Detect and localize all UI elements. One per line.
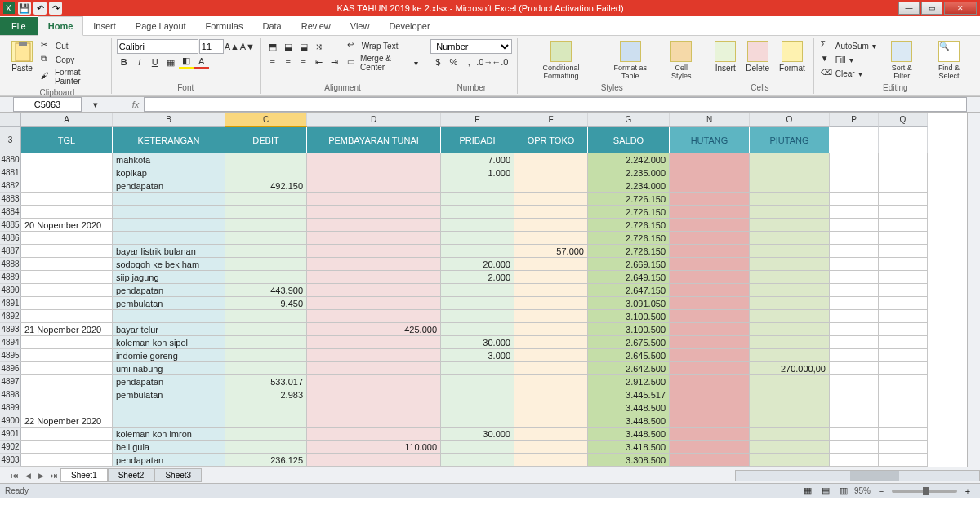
cell[interactable] <box>879 323 928 336</box>
cell[interactable]: 20 Nopember 2020 <box>21 219 113 232</box>
number-format-select[interactable]: Number <box>430 39 512 54</box>
cell[interactable] <box>225 336 307 349</box>
cell[interactable]: 21 Nopember 2020 <box>21 323 113 336</box>
cell[interactable] <box>750 166 830 179</box>
tab-nav-prev-icon[interactable]: ◀ <box>21 469 34 482</box>
clear-button[interactable]: ⌫Clear ▾ <box>819 67 878 80</box>
format-painter-button[interactable]: 🖌Format Painter <box>39 67 106 86</box>
cell[interactable]: 1.000 <box>441 166 514 179</box>
cell-styles-button[interactable]: Cell Styles <box>662 39 701 82</box>
cell[interactable] <box>21 179 113 193</box>
cell[interactable]: 533.017 <box>225 375 307 388</box>
cell[interactable] <box>750 232 830 245</box>
align-center-icon[interactable]: ≡ <box>281 55 296 69</box>
cell[interactable] <box>750 323 830 336</box>
cell[interactable] <box>879 245 928 258</box>
row-header[interactable]: 4883 <box>0 193 21 206</box>
cell[interactable] <box>830 245 879 258</box>
col-header-D[interactable]: D <box>307 113 441 127</box>
cell[interactable] <box>750 219 830 232</box>
cell[interactable] <box>441 441 514 454</box>
tab-home[interactable]: Home <box>38 16 84 36</box>
cell[interactable] <box>830 388 879 401</box>
cell[interactable] <box>21 271 113 284</box>
cell[interactable] <box>879 428 928 441</box>
cell[interactable] <box>441 219 514 232</box>
tab-nav-first-icon[interactable]: ⏮ <box>8 469 21 482</box>
bold-button[interactable]: B <box>117 55 131 69</box>
cell[interactable] <box>441 179 514 193</box>
row-header[interactable]: 4881 <box>0 166 21 179</box>
cell[interactable] <box>307 336 441 349</box>
cell[interactable] <box>879 336 928 349</box>
zoom-in-icon[interactable]: + <box>960 484 975 498</box>
row-header[interactable]: 4884 <box>0 206 21 219</box>
cell[interactable] <box>830 297 879 310</box>
cell[interactable]: pendapatan <box>113 454 225 467</box>
cell[interactable]: siip jagung <box>113 271 225 284</box>
cell[interactable] <box>307 271 441 284</box>
cell[interactable] <box>879 310 928 323</box>
tab-file[interactable]: File <box>0 17 38 35</box>
cell[interactable] <box>879 206 928 219</box>
cell[interactable] <box>830 166 879 179</box>
cell[interactable]: koleman kon imron <box>113 428 225 441</box>
cell[interactable] <box>750 258 830 271</box>
cell[interactable]: 492.150 <box>225 179 307 193</box>
cell[interactable] <box>441 323 514 336</box>
cell[interactable]: 9.450 <box>225 297 307 310</box>
cut-button[interactable]: ✂Cut <box>39 39 106 52</box>
cell[interactable] <box>830 232 879 245</box>
insert-cells-button[interactable]: Insert <box>711 39 739 74</box>
cell[interactable] <box>514 219 588 232</box>
cell[interactable] <box>225 232 307 245</box>
cell[interactable] <box>830 454 879 467</box>
row-header[interactable]: 4895 <box>0 349 21 362</box>
cell[interactable]: 7.000 <box>441 153 514 166</box>
cell[interactable] <box>225 323 307 336</box>
row-header[interactable]: 4889 <box>0 271 21 284</box>
cell[interactable] <box>514 193 588 206</box>
cell[interactable] <box>879 362 928 375</box>
cell[interactable] <box>441 310 514 323</box>
format-as-table-button[interactable]: Format as Table <box>603 39 659 82</box>
fill-color-button[interactable]: ◧ <box>179 55 194 69</box>
format-cells-button[interactable]: Format <box>776 39 808 74</box>
cell[interactable] <box>514 258 588 271</box>
cell[interactable] <box>879 166 928 179</box>
cell[interactable] <box>830 323 879 336</box>
cell[interactable]: 2.726.150 <box>588 193 670 206</box>
row-header[interactable]: 4890 <box>0 284 21 297</box>
cell[interactable]: 110.000 <box>307 441 441 454</box>
tab-data[interactable]: Data <box>252 17 291 35</box>
cell[interactable] <box>670 153 750 166</box>
cell[interactable]: 30.000 <box>441 428 514 441</box>
align-left-icon[interactable]: ≡ <box>265 55 280 69</box>
cell[interactable] <box>225 349 307 362</box>
cell[interactable] <box>225 271 307 284</box>
cell[interactable] <box>670 441 750 454</box>
decrease-font-icon[interactable]: A▼ <box>240 39 255 54</box>
cell[interactable]: 2.645.500 <box>588 349 670 362</box>
save-icon[interactable]: 💾 <box>18 2 31 15</box>
cell[interactable] <box>225 414 307 428</box>
cell[interactable] <box>750 336 830 349</box>
cell[interactable] <box>514 206 588 219</box>
cell[interactable] <box>225 362 307 375</box>
cell[interactable] <box>670 375 750 388</box>
cell[interactable]: 2.669.150 <box>588 258 670 271</box>
cell[interactable] <box>21 193 113 206</box>
row-header[interactable]: 4902 <box>0 441 21 454</box>
cell[interactable]: 22 Nopember 2020 <box>21 414 113 428</box>
cell[interactable]: 2.649.150 <box>588 271 670 284</box>
cell[interactable]: 3.448.500 <box>588 414 670 428</box>
cell[interactable] <box>750 245 830 258</box>
decrease-decimal-icon[interactable]: ←.0 <box>492 55 507 69</box>
cell[interactable] <box>307 310 441 323</box>
cell[interactable] <box>514 388 588 401</box>
cell[interactable] <box>113 414 225 428</box>
cell[interactable] <box>670 310 750 323</box>
cell[interactable] <box>879 441 928 454</box>
align-bottom-icon[interactable]: ⬓ <box>296 39 311 54</box>
cell[interactable] <box>879 388 928 401</box>
